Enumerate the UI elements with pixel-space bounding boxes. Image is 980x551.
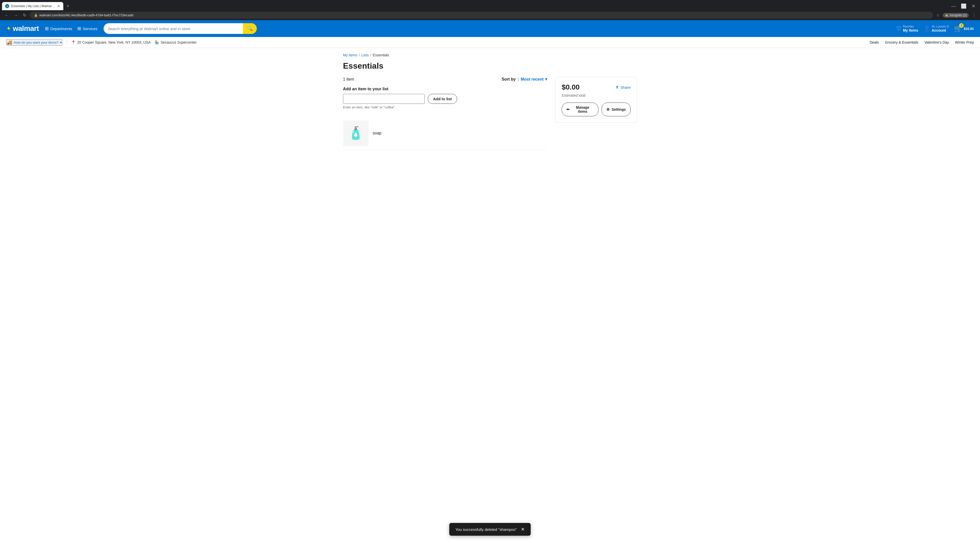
location-pin-icon: 📍 [71,40,76,44]
active-tab[interactable]: ★ Essentials | My Lists | Walmart.c... ✕ [2,2,63,10]
sort-dropdown[interactable]: Most recent ▾ [520,77,547,82]
sort-value: Most recent [520,77,544,82]
sort-chevron-icon: ▾ [545,77,547,82]
store-icon: 🏪 [155,40,159,44]
share-label: Share [620,85,631,89]
total-amount: $0.00 [562,83,579,91]
address-bar[interactable]: 🔒 walmart.com/lists/WL/4ec86edb-cad9-47d… [30,12,933,19]
breadcrumb-sep-2: / [370,53,371,57]
item-name: soap [372,131,382,135]
new-tab-button[interactable]: + [64,3,72,10]
estimated-label: Estimated total [562,94,631,97]
list-sidebar: $0.00 ⬆ Share Estimated total ✏ Manage i… [555,77,637,123]
walmart-spark-icon: ✦ [6,25,11,32]
account-icon: 👤 [923,25,930,32]
search-input[interactable] [103,24,243,33]
minimize-button[interactable]: — [948,3,958,10]
location-item[interactable]: 📍 20 Cooper Square, New York, NY 10003, … [71,40,151,44]
settings-label: Settings [612,107,626,111]
list-main: 1 item Sort by | Most recent ▾ Add an it… [343,77,547,150]
my-items-button[interactable]: ♡ Reorder My Items [896,25,918,32]
manage-items-button[interactable]: ✏ Manage items [562,103,598,116]
walmart-logo[interactable]: ✦ walmart [6,24,39,33]
tab-bar: ★ Essentials | My Lists | Walmart.c... ✕… [0,0,980,10]
list-header: 1 item Sort by | Most recent ▾ [343,77,547,82]
manage-label: Manage items [572,105,593,114]
page-title: Essentials [343,61,637,71]
bookmark-button[interactable]: ☆ [935,12,941,19]
share-icon: ⬆ [616,85,619,89]
add-item-section: Add an item to your list Add to list Ent… [343,87,547,109]
add-item-row: Add to list [343,94,547,104]
walmart-logo-text: walmart [13,24,39,33]
add-item-input[interactable] [343,94,425,104]
settings-button[interactable]: ⚙ Settings [601,103,631,116]
store-item[interactable]: 🏪 Secaucus Supercenter [155,40,197,44]
tab-close-button[interactable]: ✕ [57,4,60,8]
back-button[interactable]: ← [3,12,10,19]
reorder-label: Reorder [903,25,918,28]
walmart-header: ✦ walmart ⊞ Departments ⊞ Services 🔍 ♡ R… [0,20,980,37]
url-display: walmart.com/lists/WL/4ec86edb-cad9-47d4-… [39,13,134,17]
sort-bar: Sort by | Most recent ▾ [501,77,547,82]
table-row: 🧴 soap [343,116,547,150]
deals-link[interactable]: Deals [870,40,879,44]
close-button[interactable]: ✕ [969,2,978,10]
more-button[interactable]: ⋮ [971,12,977,19]
delivery-chevron-icon: ▾ [60,41,62,44]
sort-separator: | [518,77,519,81]
estimated-total-row: $0.00 ⬆ Share [562,83,631,91]
breadcrumb-lists[interactable]: Lists [361,53,369,57]
refresh-button[interactable]: ↻ [21,12,28,19]
breadcrumb: My items / Lists / Essentials [343,53,637,57]
main-content: My items / Lists / Essentials Essentials… [337,48,643,156]
cart-badge: 3 [959,23,964,28]
item-image-icon: 🧴 [348,126,363,140]
account-label: Account [932,28,949,32]
incognito-badge: 🕵 Incognito (2) [943,13,969,17]
add-item-label: Add an item to your list [343,87,547,91]
address-bar-row: ← → ↻ 🔒 walmart.com/lists/WL/4ec86edb-ca… [0,10,980,20]
departments-grid-icon: ⊞ [45,26,49,32]
sort-label: Sort by [501,77,515,82]
delivery-options-button[interactable]: 🚚 How do you want your items? ▾ [6,39,62,46]
location-bar: 🚚 How do you want your items? ▾ | 📍 20 C… [0,37,980,48]
item-image: 🧴 [343,121,369,146]
account-button[interactable]: 👤 Hi, Lauren D Account [923,25,949,32]
tab-favicon: ★ [5,4,9,8]
header-actions: ♡ Reorder My Items 👤 Hi, Lauren D Accoun… [896,25,974,33]
incognito-label: Incognito (2) [950,14,967,17]
store-name: Secaucus Supercenter [161,40,197,44]
departments-label: Departments [50,27,72,31]
my-items-label: My Items [903,28,918,32]
breadcrumb-my-items[interactable]: My items [343,53,357,57]
breadcrumb-current: Essentials [373,53,389,57]
maximize-button[interactable]: ⬜ [958,2,969,10]
add-item-hint: Enter an item, like "milk" or "coffee". [343,105,547,109]
incognito-icon: 🕵 [945,14,948,17]
item-count: 1 item [343,77,354,82]
add-to-list-button[interactable]: Add to list [428,94,457,104]
header-nav: ⊞ Departments ⊞ Services [45,26,97,32]
lock-icon: 🔒 [34,14,38,17]
breadcrumb-sep-1: / [359,53,360,57]
services-nav-item[interactable]: ⊞ Services [77,26,97,32]
heart-icon: ♡ [896,25,901,32]
winter-prep-link[interactable]: Winter Prep [955,40,974,44]
services-label: Services [83,27,97,31]
valentine-link[interactable]: Valentine's Day [924,40,949,44]
grocery-link[interactable]: Grocery & Essentials [885,40,918,44]
divider: | [66,40,67,44]
cart-price: $32.91 [964,27,974,30]
services-icon: ⊞ [77,26,81,32]
cart-button[interactable]: 🛒 3 $32.91 [954,25,974,33]
departments-nav-item[interactable]: ⊞ Departments [45,26,72,32]
search-button[interactable]: 🔍 [243,23,257,34]
forward-button[interactable]: → [12,12,19,19]
sidebar-card: $0.00 ⬆ Share Estimated total ✏ Manage i… [555,77,637,123]
tab-title: Essentials | My Lists | Walmart.c... [11,4,55,8]
address-text: 20 Cooper Square, New York, NY 10003, US… [77,40,151,44]
search-bar: 🔍 [103,23,257,34]
cart-icon-wrapper: 🛒 3 [954,25,962,33]
share-button[interactable]: ⬆ Share [616,85,631,89]
